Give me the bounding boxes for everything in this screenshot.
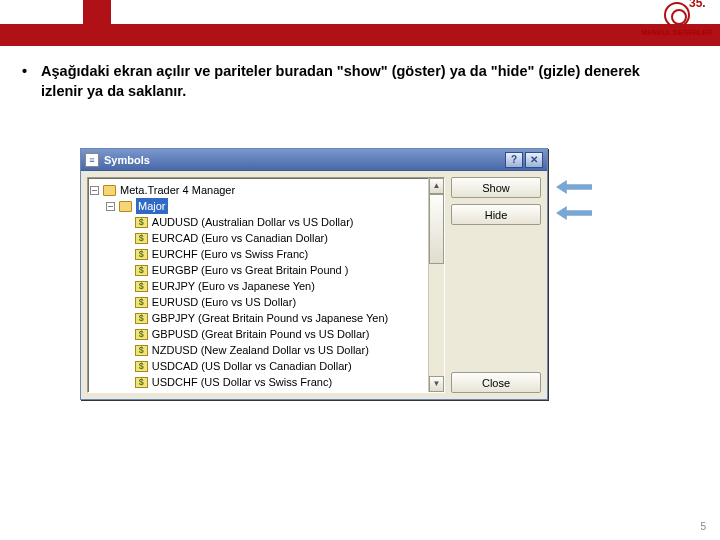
tree-label: GBPJPY (Great Britain Pound vs Japanese … — [152, 310, 388, 326]
tree-label: USDCHF (US Dollar vs Swiss Franc) — [152, 374, 332, 390]
symbols-tree[interactable]: –Meta.Trader 4 Manager–Major$AUDUSD (Aus… — [87, 177, 445, 393]
currency-icon: $ — [135, 313, 148, 324]
currency-icon: $ — [135, 281, 148, 292]
tree-row[interactable]: $USDCHF (US Dollar vs Swiss Franc) — [90, 374, 442, 390]
arrow-hide-icon — [556, 206, 592, 220]
currency-icon: $ — [135, 297, 148, 308]
instruction-text: • Aşağıdaki ekran açılır ve pariteler bu… — [22, 62, 682, 101]
tree-row[interactable]: $EURUSD (Euro vs US Dollar) — [90, 294, 442, 310]
scroll-thumb[interactable] — [429, 194, 444, 264]
collapse-icon[interactable]: – — [90, 186, 99, 195]
bullet-dot: • — [22, 62, 27, 101]
arrow-show-icon — [556, 180, 592, 194]
close-button[interactable]: Close — [451, 372, 541, 393]
tree-row[interactable]: $EURJPY (Euro vs Japanese Yen) — [90, 278, 442, 294]
tree-row[interactable]: –Major — [90, 198, 442, 214]
currency-icon: $ — [135, 361, 148, 372]
dialog-titlebar[interactable]: ≡ Symbols ? ✕ — [81, 149, 547, 171]
currency-icon: $ — [135, 265, 148, 276]
tree-row[interactable]: $EURGBP (Euro vs Great Britain Pound ) — [90, 262, 442, 278]
list-icon: ≡ — [85, 153, 99, 167]
close-window-button[interactable]: ✕ — [525, 152, 543, 168]
brand-text: MENKUL DEĞERLER — [641, 29, 712, 36]
tree-row[interactable]: –Meta.Trader 4 Manager — [90, 182, 442, 198]
currency-icon: $ — [135, 233, 148, 244]
anniversary-badge: 35. — [689, 0, 706, 10]
tree-row[interactable]: $EURCAD (Euro vs Canadian Dollar) — [90, 230, 442, 246]
tree-label: GBPUSD (Great Britain Pound vs US Dollar… — [152, 326, 370, 342]
tree-label: Meta.Trader 4 Manager — [120, 182, 235, 198]
scroll-down-button[interactable]: ▼ — [429, 376, 444, 392]
folder-icon — [119, 201, 132, 212]
tree-label: NZDUSD (New Zealand Dollar vs US Dollar) — [152, 342, 369, 358]
tree-label: AUDUSD (Australian Dollar vs US Dollar) — [152, 214, 354, 230]
tree-label: EURCHF (Euro vs Swiss Franc) — [152, 246, 308, 262]
brand-logo: 35. MENKUL DEĞERLER — [641, 2, 712, 36]
header-notch — [83, 0, 111, 46]
currency-icon: $ — [135, 377, 148, 388]
scrollbar[interactable]: ▲ ▼ — [428, 178, 444, 392]
tree-row[interactable]: $USDCAD (US Dollar vs Canadian Dollar) — [90, 358, 442, 374]
tree-label: EURCAD (Euro vs Canadian Dollar) — [152, 230, 328, 246]
dialog-title: Symbols — [104, 154, 150, 166]
currency-icon: $ — [135, 217, 148, 228]
instruction-content: Aşağıdaki ekran açılır ve pariteler bura… — [41, 62, 682, 101]
folder-icon — [103, 185, 116, 196]
tree-row[interactable]: $EURCHF (Euro vs Swiss Franc) — [90, 246, 442, 262]
tree-label: USDCAD (US Dollar vs Canadian Dollar) — [152, 358, 352, 374]
tree-row[interactable]: $AUDUSD (Australian Dollar vs US Dollar) — [90, 214, 442, 230]
tree-label: Major — [136, 198, 168, 214]
page-number: 5 — [700, 521, 706, 532]
tree-row[interactable]: $GBPUSD (Great Britain Pound vs US Dolla… — [90, 326, 442, 342]
dialog-button-panel: Show Hide Close — [449, 171, 547, 399]
symbols-dialog: ≡ Symbols ? ✕ –Meta.Trader 4 Manager–Maj… — [80, 148, 548, 400]
tree-label: EURJPY (Euro vs Japanese Yen) — [152, 278, 315, 294]
tree-label: EURUSD (Euro vs US Dollar) — [152, 294, 296, 310]
scroll-up-button[interactable]: ▲ — [429, 178, 444, 194]
currency-icon: $ — [135, 249, 148, 260]
show-button[interactable]: Show — [451, 177, 541, 198]
tree-label: EURGBP (Euro vs Great Britain Pound ) — [152, 262, 349, 278]
help-button[interactable]: ? — [505, 152, 523, 168]
currency-icon: $ — [135, 345, 148, 356]
currency-icon: $ — [135, 329, 148, 340]
hide-button[interactable]: Hide — [451, 204, 541, 225]
tree-row[interactable]: $GBPJPY (Great Britain Pound vs Japanese… — [90, 310, 442, 326]
collapse-icon[interactable]: – — [106, 202, 115, 211]
tree-row[interactable]: $NZDUSD (New Zealand Dollar vs US Dollar… — [90, 342, 442, 358]
